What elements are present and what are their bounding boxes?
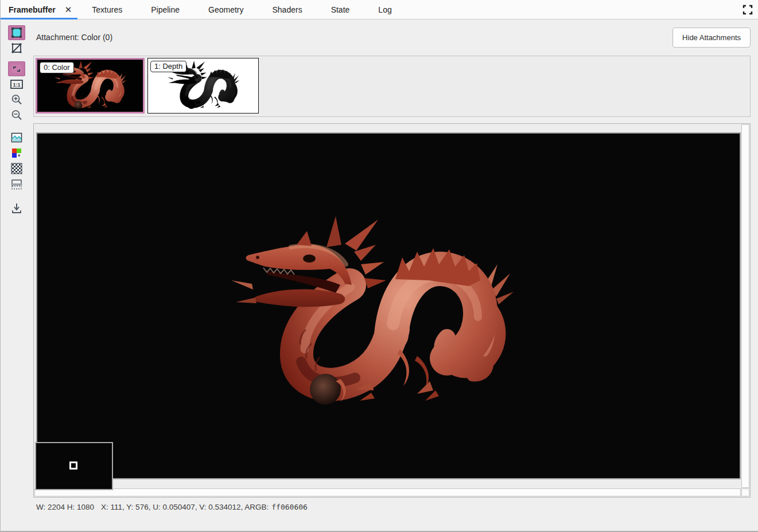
save-image-button[interactable] <box>8 201 25 216</box>
solid-square-icon <box>10 26 23 39</box>
split-range-icon <box>10 178 23 190</box>
hide-attachments-button[interactable]: Hide Attachments <box>673 28 751 48</box>
horizontal-scrollbar[interactable] <box>34 488 741 496</box>
tab-framebuffer[interactable]: Framebuffer ✕ <box>1 0 77 19</box>
save-icon <box>10 202 23 214</box>
tab-shaders[interactable]: Shaders <box>258 0 316 19</box>
thumbnail-color-badge: 0: Color <box>40 62 74 73</box>
fit-to-window-button[interactable] <box>8 61 25 76</box>
background-image-button[interactable] <box>8 130 25 145</box>
tab-pipeline[interactable]: Pipeline <box>137 0 194 19</box>
argb-value: ff060606 <box>271 503 308 511</box>
zoom-out-icon <box>10 109 23 122</box>
framebuffer-render-area[interactable] <box>36 132 741 479</box>
checkerboard-icon <box>10 162 23 175</box>
thumbnail-color-attachment[interactable]: 0: Color <box>36 58 145 114</box>
tab-geometry[interactable]: Geometry <box>194 0 258 19</box>
wireframe-square-icon <box>10 42 23 54</box>
zoom-out-button[interactable] <box>8 108 25 123</box>
one-to-one-icon: 1:1 <box>10 78 24 91</box>
fit-rectangle-icon <box>10 62 23 75</box>
checkerboard-background-button[interactable] <box>8 161 25 176</box>
split-range-button[interactable] <box>8 177 25 191</box>
scrollbar-corner <box>741 488 749 496</box>
vertical-scrollbar[interactable] <box>741 124 749 488</box>
dragon-render <box>228 212 515 418</box>
attachment-label: Attachment: Color (0) <box>33 33 112 42</box>
actual-size-button[interactable]: 1:1 <box>8 77 25 92</box>
close-icon[interactable]: ✕ <box>65 5 72 14</box>
attachment-row: Attachment: Color (0) Hide Attachments <box>33 19 751 56</box>
rgba-channels-button[interactable] <box>8 146 25 161</box>
pixel-marker <box>69 461 77 470</box>
status-bar: W: 2204 H: 1080 X: 111, Y: 576, U: 0.050… <box>33 498 751 516</box>
thumbnail-depth-attachment[interactable]: 1: Depth <box>147 58 259 114</box>
image-icon <box>10 131 23 144</box>
texture-viewport <box>33 123 751 498</box>
rgba-grid-icon <box>10 147 23 159</box>
tab-bar: Framebuffer ✕ Textures Pipeline Geometry… <box>1 0 758 19</box>
tab-state[interactable]: State <box>317 0 364 19</box>
texture-dimensions: W: 2204 H: 1080 <box>36 503 94 511</box>
pixel-info: X: 111, Y: 576, U: 0.050407, V: 0.534012… <box>101 503 269 511</box>
display-solid-color-button[interactable] <box>8 25 25 40</box>
framebuffer-panel: Attachment: Color (0) Hide Attachments 0… <box>33 19 751 531</box>
fullscreen-icon[interactable] <box>741 3 754 16</box>
tab-framebuffer-label: Framebuffer <box>9 5 56 14</box>
zoom-in-icon <box>10 93 23 106</box>
zoom-in-button[interactable] <box>8 92 25 107</box>
svg-text:1:1: 1:1 <box>13 82 20 88</box>
attachment-thumbnail-strip: 0: Color 1: Depth <box>33 56 751 117</box>
thumbnail-depth-badge: 1: Depth <box>150 61 186 72</box>
texture-toolbar: 1:1 <box>1 19 33 531</box>
tab-log[interactable]: Log <box>364 0 406 19</box>
display-wireframe-button[interactable] <box>8 41 25 56</box>
pixel-context-overlay <box>35 442 113 490</box>
tab-textures[interactable]: Textures <box>77 0 137 19</box>
